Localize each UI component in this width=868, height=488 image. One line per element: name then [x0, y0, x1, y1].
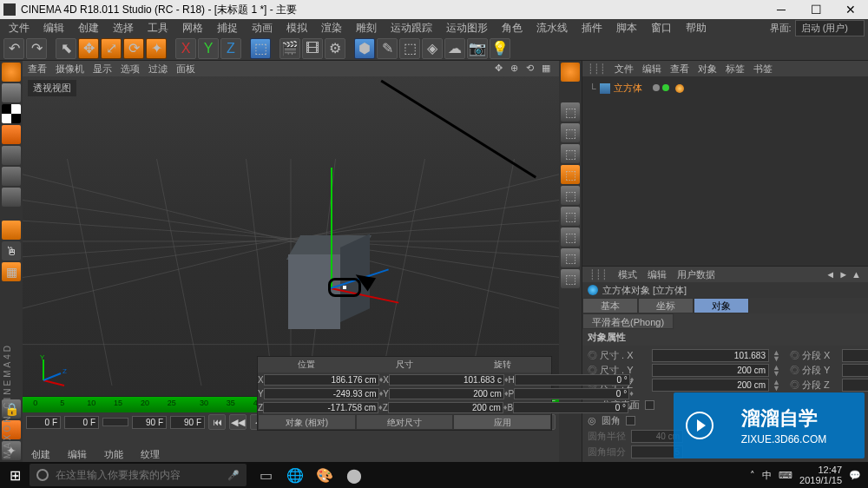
am-tab-mode[interactable]: 模式 [618, 268, 637, 281]
subtab-phong[interactable]: 平滑着色(Phong) [582, 313, 674, 329]
edge-mode-button[interactable] [2, 167, 21, 186]
tray-up-icon[interactable]: ˄ [750, 470, 755, 481]
axis-mode-button[interactable] [2, 221, 21, 240]
taskbar-app-edge[interactable]: 🌐 [281, 462, 309, 488]
menu-render[interactable]: 渲染 [316, 21, 347, 36]
tray-ime-icon[interactable]: 中 [762, 469, 772, 482]
menu-window[interactable]: 窗口 [646, 21, 677, 36]
am-nav-back-icon[interactable]: ◄ [825, 269, 835, 280]
vp-menu-filter[interactable]: 过滤 [148, 63, 168, 76]
size-z-input[interactable] [652, 379, 769, 392]
seg-x-input[interactable] [842, 349, 868, 362]
rot-h-input[interactable] [515, 374, 630, 386]
menu-mograph[interactable]: 运动图形 [441, 21, 493, 36]
render-settings[interactable]: ⚙ [325, 38, 345, 59]
rot-p-input[interactable] [514, 388, 629, 399]
prev-key-button[interactable]: ◀◀ [229, 414, 247, 430]
menu-script[interactable]: 脚本 [611, 21, 642, 36]
undo-button[interactable]: ↶ [3, 38, 24, 59]
menu-simulate[interactable]: 模拟 [281, 21, 312, 36]
coord-system[interactable]: ⬚ [250, 38, 271, 59]
rotate-tool[interactable]: ⟳ [123, 38, 144, 59]
subtab-coord[interactable]: 坐标 [638, 298, 694, 313]
snap-toggle[interactable]: ▦ [2, 262, 21, 281]
vp-menu-camera[interactable]: 摄像机 [56, 63, 84, 76]
hierarchy-item-cube[interactable]: └ 立方体 [589, 80, 861, 96]
axis-y-lock[interactable]: Y [198, 38, 219, 59]
taskbar-search[interactable]: 🎤 [30, 464, 247, 486]
add-primitive[interactable]: ⬢ [354, 38, 375, 59]
seg-y-input[interactable] [842, 364, 868, 377]
visibility-render-dot[interactable] [662, 84, 669, 91]
render-region[interactable]: 🎞 [302, 38, 323, 59]
minimize-button[interactable]: ─ [767, 1, 795, 18]
taskbar-app-paint[interactable]: 🎨 [311, 462, 339, 488]
filter4-icon[interactable]: ⬚ [561, 165, 580, 184]
filter2-icon[interactable]: ⬚ [561, 123, 580, 142]
task-view-button[interactable]: ▭ [252, 462, 279, 488]
vp-menu-display[interactable]: 显示 [93, 63, 112, 76]
add-camera[interactable]: 📷 [467, 38, 488, 59]
axis-y-gizmo[interactable] [331, 168, 332, 289]
coord-apply-button[interactable]: 应用 [453, 414, 551, 430]
menu-tracker[interactable]: 运动跟踪 [385, 21, 437, 36]
axis-x-lock[interactable]: X [175, 38, 196, 59]
timeline-range-input[interactable] [170, 416, 205, 429]
add-environment[interactable]: ☁ [444, 38, 465, 59]
filter5-icon[interactable]: ⬚ [561, 186, 580, 205]
pos-z-input[interactable] [263, 402, 378, 413]
workplane-mode-button[interactable] [2, 125, 21, 144]
am-tab-userdata[interactable]: 用户数据 [677, 268, 715, 281]
seg-z-input[interactable] [842, 379, 868, 392]
pos-x-input[interactable] [264, 374, 379, 386]
ui-layout-select[interactable]: 启动 (用户) [795, 20, 865, 36]
start-button[interactable]: ⊞ [0, 462, 30, 488]
size-y-input[interactable] [652, 364, 769, 377]
add-deformer[interactable]: ◈ [422, 38, 443, 59]
vp-layout-icon[interactable]: ▦ [542, 63, 554, 75]
goto-start-button[interactable]: ⏮ [208, 414, 226, 430]
object-hierarchy[interactable]: └ 立方体 [582, 76, 868, 266]
size-z-coord-input[interactable] [388, 402, 503, 413]
om-tab-view[interactable]: 查看 [670, 63, 689, 76]
texture-mode-button[interactable] [2, 104, 21, 123]
nav-globe-icon[interactable] [561, 63, 580, 82]
filter9-icon[interactable]: ⬚ [561, 269, 580, 288]
subtab-object[interactable]: 对象 [694, 298, 749, 313]
mat-tab-edit[interactable]: 编辑 [59, 446, 95, 462]
mic-icon[interactable]: 🎤 [227, 470, 240, 481]
menu-pipeline[interactable]: 流水线 [531, 21, 573, 36]
menu-create[interactable]: 创建 [73, 21, 104, 36]
separate-surfaces-checkbox[interactable] [645, 400, 654, 410]
om-tab-tags[interactable]: 标签 [726, 63, 745, 76]
rot-b-input[interactable] [513, 402, 628, 413]
expand-icon[interactable]: └ [589, 83, 596, 94]
timeline-scrubber[interactable] [102, 418, 128, 426]
render-view[interactable]: 🎬 [279, 38, 300, 59]
am-nav-fwd-icon[interactable]: ► [838, 269, 848, 280]
axis-z-lock[interactable]: Z [220, 38, 241, 59]
size-x-input[interactable] [652, 349, 769, 362]
menu-sculpt[interactable]: 雕刻 [351, 21, 382, 36]
om-tab-objects[interactable]: 对象 [698, 63, 717, 76]
tray-date[interactable]: 2019/1/15 [799, 475, 842, 485]
tray-time[interactable]: 12:47 [818, 465, 842, 475]
vp-pan-icon[interactable]: ✥ [495, 63, 507, 75]
menu-snap[interactable]: 捕捉 [212, 21, 243, 36]
scale-tool[interactable]: ⤢ [101, 38, 122, 59]
mat-tab-function[interactable]: 功能 [95, 446, 132, 462]
pos-y-input[interactable] [264, 388, 379, 399]
mat-tab-create[interactable]: 创建 [23, 446, 59, 462]
make-editable-button[interactable] [2, 63, 21, 82]
add-light[interactable]: 💡 [490, 38, 510, 59]
coord-size-select[interactable]: 绝对尺寸 [356, 414, 454, 430]
timeline-current-input[interactable] [64, 416, 99, 429]
select-tool[interactable]: ⬉ [56, 38, 76, 59]
vp-menu-options[interactable]: 选项 [121, 63, 140, 76]
spinner-icon[interactable]: ▲▼ [773, 350, 786, 362]
timeline-end-input[interactable] [132, 416, 167, 429]
menu-character[interactable]: 角色 [496, 21, 528, 36]
taskbar-app-c4d[interactable]: ⬤ [340, 462, 368, 488]
add-generator[interactable]: ⬚ [399, 38, 420, 59]
search-input[interactable] [56, 469, 220, 481]
